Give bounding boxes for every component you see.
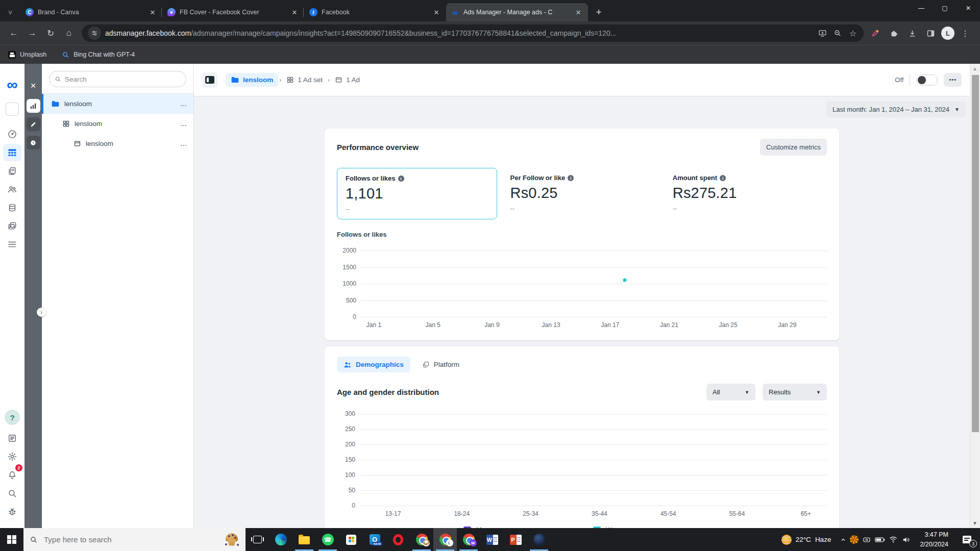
volume-icon[interactable] xyxy=(901,536,911,544)
breadcrumb-campaign[interactable]: lensloom xyxy=(226,73,278,87)
line-chart-plot[interactable] xyxy=(360,251,827,317)
start-button[interactable] xyxy=(0,528,23,551)
tree-item-more-icon[interactable]: … xyxy=(180,120,187,128)
edge-taskbar-icon[interactable] xyxy=(269,528,292,551)
tab-brand-canva[interactable]: C Brand - Canva ✕ xyxy=(20,3,162,21)
taskbar-clock[interactable]: 3:47 PM 2/20/2024 xyxy=(915,528,953,551)
tab-close-icon[interactable]: ✕ xyxy=(432,8,441,17)
battery-icon[interactable] xyxy=(875,536,885,543)
tree-item-campaign[interactable]: lensloom … xyxy=(42,94,193,114)
tree-item-more-icon[interactable]: … xyxy=(180,100,187,108)
file-explorer-taskbar-icon[interactable] xyxy=(292,528,316,551)
toggle-sidebar-button[interactable] xyxy=(202,72,217,88)
tab-close-icon[interactable]: ✕ xyxy=(290,8,299,17)
powerpoint-taskbar-icon[interactable]: P xyxy=(504,528,527,551)
taskbar-search-input[interactable] xyxy=(44,535,218,544)
breadcrumb-adset[interactable]: 1 Ad set xyxy=(282,73,327,87)
close-panel-icon[interactable]: × xyxy=(30,80,36,91)
notifications-bell-icon[interactable]: 2 xyxy=(3,466,21,484)
tree-item-more-icon[interactable]: … xyxy=(180,140,187,147)
expand-panel-chevron-icon[interactable]: › xyxy=(37,308,46,317)
history-tool-button[interactable] xyxy=(27,136,40,149)
extensions-puzzle-icon[interactable] xyxy=(886,26,901,41)
scroll-up-arrow[interactable]: ▲ xyxy=(972,66,977,71)
side-panel-icon[interactable] xyxy=(923,26,938,41)
profile-avatar[interactable]: L xyxy=(941,27,954,40)
zoom-icon[interactable] xyxy=(830,26,845,41)
taskbar-search-box[interactable] xyxy=(23,528,246,551)
info-icon[interactable]: i xyxy=(720,175,726,181)
action-center-button[interactable]: 3 xyxy=(953,528,980,551)
all-tools-menu-icon[interactable] xyxy=(3,236,21,253)
data-point-jan-18[interactable] xyxy=(623,279,627,282)
ads-reporting-icon[interactable] xyxy=(3,162,21,180)
tree-search-box[interactable] xyxy=(49,71,186,87)
more-options-button[interactable]: ••• xyxy=(944,73,962,87)
metric-amount-spent[interactable]: Amount spenti Rs275.21 -- xyxy=(665,168,827,219)
help-icon[interactable]: ? xyxy=(5,410,20,425)
bookmark-unsplash[interactable]: Unsplash xyxy=(8,51,46,59)
edit-tool-button[interactable] xyxy=(27,117,40,131)
charts-tool-button[interactable] xyxy=(27,99,40,113)
bar-chart-plot[interactable] xyxy=(360,414,827,506)
tree-item-ad[interactable]: lensloom … xyxy=(42,134,193,154)
url-text[interactable]: adsmanager.facebook.com/adsmanager/manag… xyxy=(105,29,815,37)
filter-results-dropdown[interactable]: Results ▼ xyxy=(763,384,827,400)
reload-button[interactable]: ↻ xyxy=(42,24,59,42)
info-icon[interactable]: i xyxy=(568,175,574,181)
maximize-button[interactable]: ▢ xyxy=(933,0,957,16)
legend-women[interactable]: Women 13% (144) Cost per result: Rs0.28 xyxy=(593,526,700,528)
tab-demographics[interactable]: Demographics xyxy=(337,357,410,372)
metric-per-follow[interactable]: Per Follow or likei Rs0.25 -- xyxy=(502,168,665,219)
tab-ads-manager[interactable]: ∞ Ads Manager - Manage ads - C ✕ xyxy=(446,3,588,21)
forward-button[interactable]: → xyxy=(23,24,41,42)
chrome-profile-l-taskbar-icon[interactable]: L xyxy=(433,528,457,551)
bookmark-bing-chat[interactable]: Bing Chat with GPT-4 xyxy=(62,51,135,59)
audiences-icon[interactable] xyxy=(3,181,21,198)
site-settings-icon[interactable] xyxy=(88,27,101,40)
tree-item-adset[interactable]: lensloom … xyxy=(42,114,193,134)
tab-close-icon[interactable]: ✕ xyxy=(148,8,157,17)
screen-cast-icon[interactable] xyxy=(862,536,871,544)
show-hidden-icons-chevron[interactable] xyxy=(840,537,846,543)
muffin-search-highlight[interactable] xyxy=(224,532,239,547)
bookmark-star-icon[interactable]: ☆ xyxy=(845,26,861,41)
home-button[interactable]: ⌂ xyxy=(60,24,78,42)
metric-follows-or-likes[interactable]: Follows or likesi 1,101 -- xyxy=(337,168,497,219)
tab-search-caret-icon[interactable]: ˅ xyxy=(0,4,20,21)
minimize-button[interactable]: — xyxy=(910,0,933,16)
new-tab-button[interactable]: + xyxy=(591,5,606,20)
report-bug-icon[interactable] xyxy=(3,503,21,520)
info-icon[interactable]: i xyxy=(398,176,404,182)
address-bar[interactable]: adsmanager.facebook.com/adsmanager/manag… xyxy=(82,24,864,42)
browser-menu-icon[interactable]: ⋮ xyxy=(958,26,973,41)
campaign-status-toggle[interactable] xyxy=(916,74,938,86)
close-button[interactable]: ✕ xyxy=(957,0,980,16)
date-range-selector[interactable]: Last month: Jan 1, 2024 – Jan 31, 2024 ▼ xyxy=(826,101,966,117)
scroll-down-arrow[interactable]: ▼ xyxy=(972,520,977,526)
chrome-profile1-taskbar-icon[interactable] xyxy=(410,528,433,551)
settings-gear-icon[interactable] xyxy=(3,448,21,465)
account-overview-icon[interactable] xyxy=(3,126,21,143)
tray-app-icon[interactable] xyxy=(850,535,859,544)
wifi-icon[interactable] xyxy=(889,536,898,543)
scrollbar-thumb[interactable] xyxy=(972,75,979,432)
meta-logo[interactable]: ∞ xyxy=(7,77,17,92)
install-app-icon[interactable] xyxy=(815,26,830,41)
customize-metrics-button[interactable]: Customize metrics xyxy=(760,139,827,156)
task-view-button[interactable] xyxy=(246,528,269,551)
downloads-icon[interactable] xyxy=(904,26,920,41)
media-library-icon[interactable] xyxy=(3,217,21,235)
whats-new-icon[interactable] xyxy=(3,430,21,447)
search-icon[interactable] xyxy=(3,485,21,502)
campaigns-icon[interactable] xyxy=(3,144,21,161)
page-scrollbar[interactable]: ▲ ▼ xyxy=(970,64,980,528)
billing-icon[interactable] xyxy=(3,199,21,216)
ad-account-avatar[interactable] xyxy=(6,103,19,116)
microsoft-store-taskbar-icon[interactable] xyxy=(339,528,363,551)
word-taskbar-icon[interactable]: W xyxy=(480,528,504,551)
tab-facebook[interactable]: f Facebook ✕ xyxy=(304,3,446,21)
breadcrumb-ad[interactable]: 1 Ad xyxy=(331,73,364,87)
chrome-profile-m-taskbar-icon[interactable]: M xyxy=(457,528,480,551)
opera-taskbar-icon[interactable] xyxy=(386,528,410,551)
